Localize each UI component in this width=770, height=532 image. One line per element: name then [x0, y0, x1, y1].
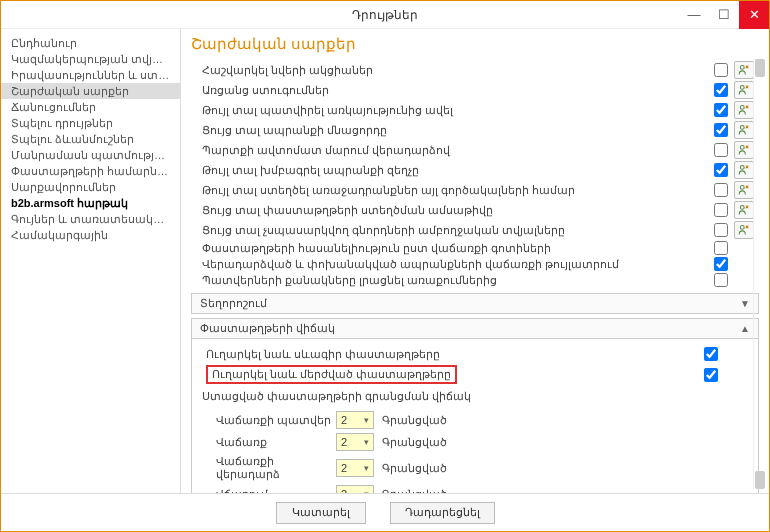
state-label: Վաճառք [216, 436, 336, 449]
state-value-select[interactable]: 2▾ [336, 411, 374, 429]
close-button[interactable]: ✕ [739, 1, 769, 29]
state-status: Գրանցված [382, 462, 447, 475]
execute-button[interactable]: Կատարել [276, 502, 366, 524]
chevron-down-icon: ▼ [740, 298, 750, 309]
section-sorting[interactable]: Տեղորոշում ▼ [191, 293, 759, 314]
titlebar: Դրույթներ — ☐ ✕ [1, 1, 769, 29]
option-label: Թույլ տալ խմբագրել ապրանքի զեղչը [192, 164, 708, 177]
svg-point-4 [740, 145, 744, 149]
maximize-button[interactable]: ☐ [709, 1, 739, 29]
state-row-0: Վաճառքի պատվեր2▾Գրանցված [202, 409, 748, 431]
sidebar-item-9[interactable]: Սարքավորումներ [1, 179, 180, 195]
state-row-3: Վճարում2▾Գրանցված [202, 483, 748, 493]
svg-point-0 [740, 65, 744, 69]
settings-window: Դրույթներ — ☐ ✕ ԸնդհանուրԿազմակերպության… [0, 0, 770, 532]
option-label: Պատվերների քանակները լրացնել առաքումների… [192, 274, 708, 287]
option-checkbox[interactable] [714, 223, 728, 237]
option-checkbox[interactable] [714, 273, 728, 287]
page-title: Շարժական սարքեր [191, 35, 759, 53]
assign-user-icon[interactable] [734, 101, 754, 119]
assign-user-icon[interactable] [734, 161, 754, 179]
sidebar-item-5[interactable]: Տպելու դրույթներ [1, 115, 180, 131]
option-checkbox[interactable] [714, 83, 728, 97]
state-label: Վաճառքի պատվեր [216, 414, 336, 427]
option-checkbox[interactable] [714, 183, 728, 197]
state-row-2: Վաճառքի վերադարձ2▾Գրանցված [202, 453, 748, 483]
minimize-button[interactable]: — [679, 1, 709, 29]
option-checkbox[interactable] [714, 257, 728, 271]
option-row-3: Ցույց տալ ապրանքի մնացորդը [192, 120, 758, 140]
state-label: Վճարում [216, 488, 336, 494]
option-checkbox[interactable] [714, 123, 728, 137]
assign-user-icon[interactable] [734, 221, 754, 239]
sidebar: ԸնդհանուրԿազմակերպության տվյալներԻրավասո… [1, 29, 181, 493]
window-title: Դրույթներ [91, 8, 679, 22]
scroll-up-icon[interactable] [755, 59, 765, 77]
assign-user-icon[interactable] [734, 81, 754, 99]
option-checkbox[interactable] [714, 63, 728, 77]
option-checkbox[interactable] [714, 241, 728, 255]
sidebar-item-3[interactable]: Շարժական սարքեր [1, 83, 180, 99]
state-value-select[interactable]: 2▾ [336, 459, 374, 477]
option-label: Ցույց տալ ապրանքի մնացորդը [192, 124, 708, 137]
highlighted-option: Ուղարկել նաև մերժված փաստաթղթերը [206, 365, 457, 384]
option-label: Թույլ տալ պատվիրել առկայությունից ավել [192, 104, 708, 117]
option-row-4: Պարտքի ավտոմատ մարում վերադարձով [192, 140, 758, 160]
sidebar-item-7[interactable]: Մանրամասն պատմություն [1, 147, 180, 163]
option-row-7: Ցույց տալ փաստաթղթերի ստեղծման ամսաթիվը [192, 200, 758, 220]
section-doc-state-label: Փաստաթղթերի վիճակ [200, 322, 335, 335]
state-row-1: Վաճառք2▾Գրանցված [202, 431, 748, 453]
state-status: Գրանցված [382, 436, 447, 449]
assign-user-icon[interactable] [734, 181, 754, 199]
assign-user-icon[interactable] [734, 61, 754, 79]
assign-user-icon[interactable] [734, 201, 754, 219]
option-row-2: Թույլ տալ պատվիրել առկայությունից ավել [192, 100, 758, 120]
cancel-button[interactable]: Դադարեցնել [390, 502, 495, 524]
states-list: Վաճառքի պատվեր2▾ԳրանցվածՎաճառք2▾Գրանցված… [202, 409, 748, 493]
option-label: Հաշվարկել նվերի ակցիաներ [192, 64, 708, 77]
option-row-11: Պատվերների քանակները լրացնել առաքումների… [192, 272, 758, 288]
option-row-8: Ցույց տալ չսպասարկվող գնորդների ամբողջակ… [192, 220, 758, 240]
main-panel: Շարժական սարքեր Հաշվարկել նվերի ակցիաներ… [181, 29, 769, 493]
sidebar-item-10[interactable]: b2b.armsoft հարթակ [1, 195, 180, 211]
assign-user-icon[interactable] [734, 121, 754, 139]
reg-state-title: Ստացված փաստաթղթերի գրանցման վիճակ [202, 390, 748, 403]
option-checkbox[interactable] [714, 163, 728, 177]
option-label: Վերադարձված և փոխանակված ապրանքների վաճա… [192, 258, 708, 271]
sidebar-item-0[interactable]: Ընդհանուր [1, 35, 180, 51]
options-list: Հաշվարկել նվերի ակցիաներԱռցանց ստուգումն… [191, 59, 759, 289]
send-draft-checkbox[interactable] [704, 347, 718, 361]
svg-point-6 [740, 185, 744, 189]
window-controls: — ☐ ✕ [679, 1, 769, 29]
sidebar-item-12[interactable]: Համակարգային [1, 227, 180, 243]
sidebar-item-8[interactable]: Փաստաթղթերի համարներ [1, 163, 180, 179]
state-value-select[interactable]: 2▾ [336, 485, 374, 493]
sidebar-item-2[interactable]: Իրավասություններ և ստուգումներ [1, 67, 180, 83]
option-checkbox[interactable] [714, 143, 728, 157]
option-row-5: Թույլ տալ խմբագրել ապրանքի զեղչը [192, 160, 758, 180]
send-draft-label: Ուղարկել նաև սևագիր փաստաթղթերը [202, 348, 698, 361]
option-checkbox[interactable] [714, 103, 728, 117]
option-row-1: Առցանց ստուգումներ [192, 80, 758, 100]
scrollbar[interactable] [753, 59, 767, 489]
section-sorting-label: Տեղորոշում [200, 297, 267, 310]
option-label: Ցույց տալ չսպասարկվող գնորդների ամբողջակ… [192, 224, 708, 237]
scroll-down-icon[interactable] [755, 471, 765, 489]
state-label: Վաճառքի վերադարձ [216, 455, 336, 481]
sidebar-item-6[interactable]: Տպելու ձևանմուշներ [1, 131, 180, 147]
option-row-0: Հաշվարկել նվերի ակցիաներ [192, 60, 758, 80]
section-doc-state[interactable]: Փաստաթղթերի վիճակ ▲ [191, 318, 759, 339]
sidebar-item-1[interactable]: Կազմակերպության տվյալներ [1, 51, 180, 67]
state-value-select[interactable]: 2▾ [336, 433, 374, 451]
option-label: Թույլ տալ ստեղծել առաջադրանքներ այլ գործ… [192, 184, 708, 197]
option-row-9: Փաստաթղթերի հասանելիություն ըստ վաճառքի … [192, 240, 758, 256]
state-status: Գրանցված [382, 488, 447, 494]
chevron-up-icon: ▲ [740, 323, 750, 334]
svg-point-8 [740, 225, 744, 229]
option-label: Պարտքի ավտոմատ մարում վերադարձով [192, 144, 708, 157]
sidebar-item-11[interactable]: Գույներ և տառատեսակներ [1, 211, 180, 227]
option-checkbox[interactable] [714, 203, 728, 217]
sidebar-item-4[interactable]: Ճանուցումներ [1, 99, 180, 115]
send-rejected-checkbox[interactable] [704, 368, 718, 382]
assign-user-icon[interactable] [734, 141, 754, 159]
